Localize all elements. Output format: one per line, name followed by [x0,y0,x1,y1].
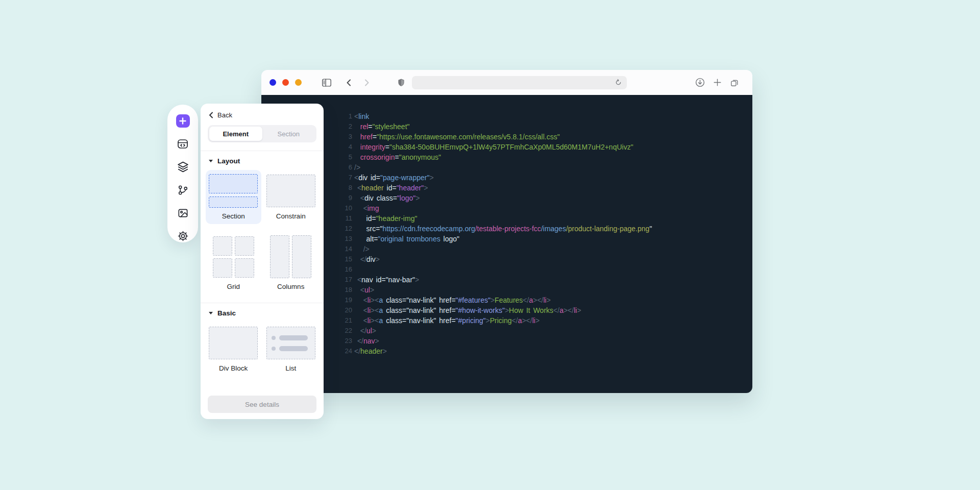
element-item-label: List [285,364,296,372]
tab-section[interactable]: Section [262,127,315,141]
element-item-label: Columns [277,283,304,290]
shield-icon[interactable] [395,76,408,89]
code-window-icon[interactable] [176,137,190,151]
image-icon[interactable] [176,206,190,219]
back-icon[interactable] [342,76,356,89]
code-line: 24</header> [261,346,752,356]
branch-icon[interactable] [176,183,190,197]
code-line: 4 integrity="sha384-50oBUHEmvpQ+1lW4y57P… [261,142,752,152]
traffic-light-blue[interactable] [270,79,276,86]
list-thumbnail [266,326,315,360]
code-line: 16 [261,264,752,275]
code-line: 2 rel="stylesheet" [261,121,752,132]
code-line: 22 </ul> [261,326,752,336]
code-line: 6/> [261,162,752,173]
chevron-left-icon [209,112,213,118]
grid-thumbnail [213,235,254,278]
tab-element[interactable]: Element [209,127,262,141]
code-line: 1<link [261,111,752,121]
see-details-button[interactable]: See details [208,396,316,413]
section-thumbnail [209,174,258,208]
browser-window: 1<link2 rel="stylesheet"3 href="https://… [261,70,752,393]
layout-section-header[interactable]: Layout [201,151,324,170]
code-line: 19 <li><a class="nav-link" href="#featur… [261,295,752,305]
code-line: 5 crossorigin="anonymous" [261,152,752,162]
layout-items: Section Constrain Grid Columns [206,170,318,295]
url-bar[interactable] [412,76,627,89]
sidebar-toggle-icon[interactable] [320,76,333,89]
code-lines: 1<link2 rel="stylesheet"3 href="https://… [261,111,752,356]
code-line: 8 <header id="header"> [261,183,752,193]
layers-icon[interactable] [176,160,190,174]
chevron-down-icon [209,160,213,162]
code-line: 10 <img [261,203,752,213]
element-item-label: Constrain [276,212,306,220]
element-item-label: Div Block [219,364,248,372]
tab-overview-icon[interactable] [728,76,741,89]
code-line: 11 id="header-img" [261,213,752,224]
forward-icon[interactable] [360,76,373,89]
code-line: 15 </div> [261,254,752,264]
element-item-label: Grid [227,283,240,290]
code-line: 7<div id="page-wrapper"> [261,173,752,183]
traffic-light-amber[interactable] [295,79,302,86]
element-item-section[interactable]: Section [206,170,261,224]
download-icon[interactable] [693,76,706,89]
back-button[interactable]: Back [201,104,324,124]
code-line: 18 <ul> [261,285,752,295]
code-line: 12 src="https://cdn.freecodecamp.org/tes… [261,224,752,234]
gear-icon[interactable] [176,229,190,242]
back-label: Back [217,111,232,119]
element-item-columns[interactable]: Columns [263,231,319,295]
code-line: 21 <li><a class="nav-link" href="#pricin… [261,315,752,326]
desktop: 1<link2 rel="stylesheet"3 href="https://… [0,0,980,490]
section-title: Layout [217,157,240,165]
element-item-label: Section [222,212,245,220]
browser-chrome [261,70,752,95]
plus-icon[interactable] [176,114,190,128]
chevron-down-icon [209,312,213,314]
element-item-list[interactable]: List [263,322,319,376]
code-line: 23 </nav> [261,336,752,346]
div-block-thumbnail [209,326,258,360]
code-line: 17 <nav id="nav-bar"> [261,275,752,285]
toolbox-sidebar [167,105,198,242]
code-line: 20 <li><a class="nav-link" href="#how-it… [261,305,752,315]
element-item-constrain[interactable]: Constrain [263,170,319,224]
element-section-tabs: Element Section [208,125,316,142]
columns-thumbnail [270,235,311,278]
reload-icon[interactable] [611,76,625,89]
code-line: 14 /> [261,244,752,254]
new-tab-icon[interactable] [710,76,724,89]
traffic-light-red[interactable] [282,79,289,86]
traffic-lights [270,79,302,86]
code-editor: 1<link2 rel="stylesheet"3 href="https://… [261,95,752,393]
section-title: Basic [217,309,236,317]
element-item-div-block[interactable]: Div Block [206,322,261,376]
element-item-grid[interactable]: Grid [206,231,261,295]
code-line: 13 alt="original trombones logo" [261,234,752,244]
basic-items: Div Block List [206,322,318,376]
constrain-thumbnail [266,174,315,208]
basic-section-header[interactable]: Basic [201,303,324,322]
elements-panel: Back Element Section Layout Section Cons… [201,104,324,419]
code-line: 9 <div class="logo"> [261,193,752,203]
code-line: 3 href="https://use.fontawesome.com/rele… [261,132,752,142]
